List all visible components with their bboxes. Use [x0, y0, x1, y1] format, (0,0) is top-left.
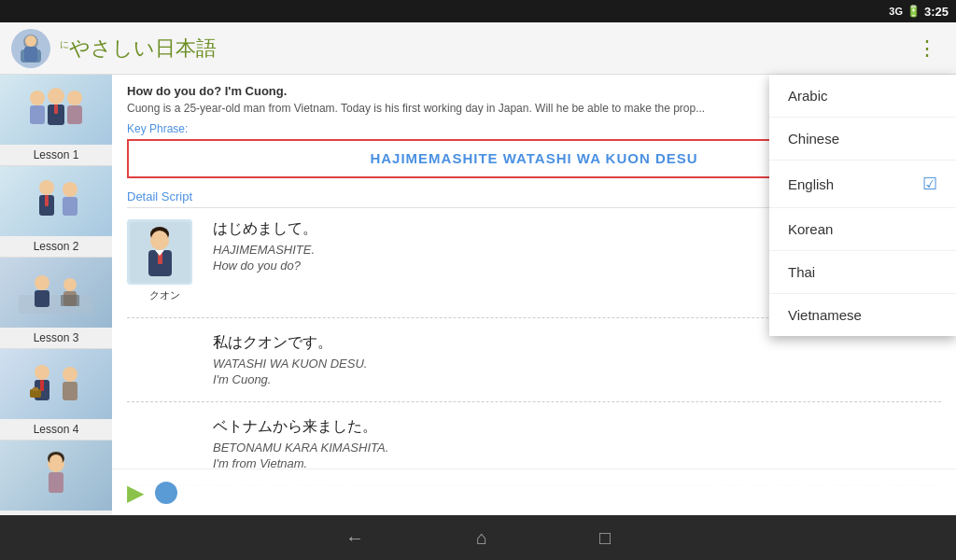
sidebar-item-lesson-2[interactable]: Lesson 2 [0, 166, 112, 258]
english-label: English [788, 176, 834, 192]
svg-point-22 [35, 365, 49, 380]
svg-point-27 [63, 367, 77, 382]
sidebar: Lesson 1 Lesson 2 [0, 75, 112, 515]
signal-text: 3G [889, 6, 903, 17]
svg-rect-10 [54, 105, 58, 114]
lesson-1-thumb [0, 75, 112, 145]
lesson-1-label: Lesson 1 [0, 145, 112, 165]
character-avatar-1: クオン [127, 219, 202, 302]
status-bar: 3G 🔋 3:25 [0, 0, 956, 22]
svg-point-36 [151, 231, 168, 247]
dropdown-item-korean[interactable]: Korean [769, 208, 956, 251]
svg-point-19 [63, 278, 77, 291]
svg-rect-21 [61, 295, 79, 306]
arabic-label: Arabic [788, 88, 828, 104]
nav-bar: ← ⌂ □ [0, 515, 956, 560]
dropdown-item-chinese[interactable]: Chinese [769, 118, 956, 161]
svg-rect-3 [24, 47, 37, 62]
japanese-3: ベトナムから来ました。 [213, 417, 941, 437]
sidebar-item-lesson-3[interactable]: Lesson 3 [0, 258, 112, 349]
progress-indicator[interactable] [155, 482, 177, 504]
english-check-icon: ☑ [922, 174, 937, 194]
lesson-5-thumb [0, 441, 112, 511]
char-image-1 [127, 219, 192, 285]
menu-button[interactable]: ⋮ [909, 29, 945, 68]
app-avatar [11, 29, 50, 68]
svg-rect-24 [40, 380, 44, 391]
lesson-3-label: Lesson 3 [0, 328, 112, 348]
svg-point-14 [63, 182, 77, 197]
svg-point-11 [39, 180, 54, 195]
svg-rect-18 [35, 290, 49, 307]
dropdown-item-vietnamese[interactable]: Vietnamese [769, 294, 956, 336]
svg-rect-28 [63, 382, 77, 400]
romaji-3: BETONAMU KARA KIMASHITA. [213, 441, 941, 455]
sidebar-item-lesson-1[interactable]: Lesson 1 [0, 75, 112, 166]
recent-button[interactable]: □ [599, 527, 611, 549]
lesson-2-thumb [0, 166, 112, 236]
app-title: にやさしい日本語 [60, 35, 909, 63]
sidebar-item-lesson-5[interactable]: Lesson 5 [0, 441, 112, 515]
back-button[interactable]: ← [345, 527, 364, 549]
dropdown-item-thai[interactable]: Thai [769, 251, 956, 294]
ruby-text: に [60, 38, 69, 49]
battery-icon: 🔋 [907, 5, 921, 18]
play-button[interactable]: ▶ [127, 480, 144, 506]
svg-point-17 [35, 275, 49, 290]
svg-rect-13 [45, 195, 49, 206]
svg-rect-16 [19, 295, 93, 314]
vietnamese-label: Vietnamese [788, 307, 862, 323]
svg-rect-9 [67, 105, 82, 124]
svg-point-4 [30, 91, 45, 105]
svg-point-6 [48, 88, 64, 105]
lesson-4-label: Lesson 4 [0, 419, 112, 440]
korean-label: Korean [788, 221, 833, 237]
svg-point-32 [49, 455, 63, 468]
char-name-1: クオン [127, 288, 202, 302]
lesson-2-label: Lesson 2 [0, 236, 112, 257]
translation-2: I'm Cuong. [213, 372, 941, 386]
app-bar: にやさしい日本語 ⋮ [0, 22, 956, 75]
romaji-2: WATASHI WA KUON DESU. [213, 357, 941, 371]
time-display: 3:25 [924, 5, 949, 19]
chinese-label: Chinese [788, 131, 839, 147]
lesson-4-thumb [0, 349, 112, 419]
svg-rect-15 [63, 197, 77, 216]
home-button[interactable]: ⌂ [476, 527, 487, 549]
thai-label: Thai [788, 264, 815, 280]
svg-point-2 [25, 35, 36, 47]
dropdown-item-arabic[interactable]: Arabic [769, 75, 956, 118]
status-icons: 3G 🔋 3:25 [889, 5, 949, 19]
lesson-3-thumb [0, 258, 112, 328]
script-entry-2: 私はクオンです。 WATASHI WA KUON DESU. I'm Cuong… [127, 333, 941, 402]
dropdown-item-english[interactable]: English ☑ [769, 161, 956, 208]
key-phrase-text: HAJIMEMASHITE WATASHI WA KUON DESU [370, 150, 697, 166]
playback-bar: ▶ [112, 469, 956, 515]
sidebar-item-lesson-4[interactable]: Lesson 4 [0, 349, 112, 441]
svg-rect-26 [33, 387, 38, 391]
japanese-2: 私はクオンです。 [213, 333, 941, 353]
svg-rect-5 [30, 105, 45, 124]
language-dropdown: Arabic Chinese English ☑ Korean Thai Vie… [769, 75, 956, 336]
svg-point-8 [67, 91, 82, 105]
svg-rect-30 [49, 472, 63, 493]
